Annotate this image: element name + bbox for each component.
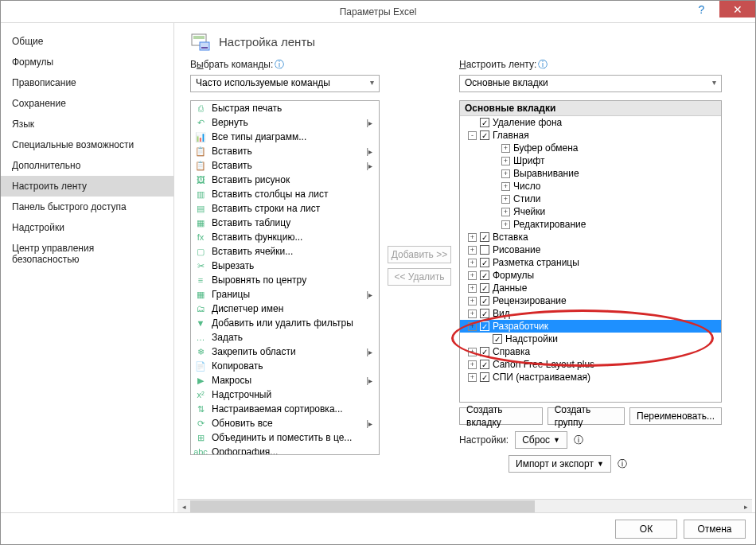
tree-item[interactable]: +✓Разметка страницы	[460, 256, 721, 269]
command-item[interactable]: 📋Вставить|▸	[191, 158, 379, 173]
command-item[interactable]: 📄Копировать	[191, 359, 379, 373]
remove-button[interactable]: << Удалить	[388, 268, 451, 286]
rename-button[interactable]: Переименовать...	[629, 407, 722, 425]
nav-item[interactable]: Формулы	[1, 52, 173, 72]
checkbox[interactable]	[480, 245, 489, 255]
expand-icon[interactable]: +	[501, 157, 510, 165]
checkbox[interactable]: ✓	[480, 118, 489, 127]
tree-item[interactable]: +Число	[460, 180, 721, 193]
expand-icon[interactable]: +	[468, 259, 477, 267]
command-item[interactable]: ⎙Быстрая печать	[191, 101, 379, 115]
checkbox[interactable]: ✓	[480, 360, 489, 369]
command-item[interactable]: ⇅Настраиваемая сортировка...	[191, 402, 379, 416]
nav-item[interactable]: Панель быстрого доступа	[1, 197, 173, 217]
expand-icon[interactable]: +	[468, 360, 477, 369]
tree-item[interactable]: +✓Справка	[460, 345, 721, 358]
command-item[interactable]: ↶Вернуть|▸	[191, 115, 379, 130]
reset-button[interactable]: Сброс▼	[515, 431, 567, 449]
checkbox[interactable]: ✓	[480, 296, 489, 306]
new-tab-button[interactable]: Создать вкладку	[459, 407, 543, 425]
command-item[interactable]: 📊Все типы диаграмм...	[191, 130, 379, 144]
expand-icon[interactable]: +	[468, 233, 477, 242]
command-item[interactable]: 🗂Диспетчер имен	[191, 302, 379, 316]
expand-icon[interactable]: +	[501, 208, 510, 216]
scroll-thumb[interactable]	[190, 500, 535, 512]
checkbox[interactable]: ✓	[480, 347, 489, 356]
nav-item[interactable]: Правописание	[1, 72, 173, 93]
tree-item[interactable]: +Выравнивание	[460, 167, 721, 180]
tree-item[interactable]: ✓Надстройки	[460, 333, 721, 345]
command-item[interactable]: ⊞Объединить и поместить в це...	[191, 430, 379, 445]
close-button[interactable]: ✕	[719, 1, 755, 18]
command-item[interactable]: ▤Вставить строки на лист	[191, 201, 379, 216]
nav-item[interactable]: Настроить ленту	[1, 176, 173, 197]
add-button[interactable]: Добавить >>	[388, 246, 451, 263]
tree-item[interactable]: +✓Формулы	[460, 269, 721, 282]
tree-item[interactable]: +✓Разработчик	[460, 320, 721, 333]
command-item[interactable]: ▶Макросы|▸	[191, 373, 379, 387]
expand-icon[interactable]: +	[468, 297, 477, 306]
checkbox[interactable]: ✓	[480, 283, 489, 293]
info-icon[interactable]: ⓘ	[618, 457, 627, 471]
command-item[interactable]: ≡Выровнять по центру	[191, 273, 379, 287]
info-icon[interactable]: ⓘ	[275, 59, 284, 70]
info-icon[interactable]: ⓘ	[538, 59, 548, 70]
command-item[interactable]: ▥Вставить столбцы на лист	[191, 187, 379, 201]
checkbox[interactable]: ✓	[480, 309, 489, 318]
nav-item[interactable]: Общие	[1, 31, 173, 52]
nav-item[interactable]: Сохранение	[1, 93, 173, 114]
info-icon[interactable]: ⓘ	[574, 434, 583, 447]
new-group-button[interactable]: Создать группу	[548, 407, 625, 425]
ribbon-select[interactable]: Основные вкладки	[459, 75, 722, 92]
ribbon-tree[interactable]: Основные вкладки ✓Удаление фона-✓Главная…	[459, 100, 722, 403]
tree-item[interactable]: +Ячейки	[460, 205, 721, 218]
expand-icon[interactable]: +	[468, 246, 477, 255]
expand-icon[interactable]: +	[468, 322, 477, 331]
tree-item[interactable]: +✓Вид	[460, 307, 721, 320]
checkbox[interactable]: ✓	[480, 258, 489, 267]
expand-icon[interactable]: +	[468, 284, 477, 293]
expand-icon[interactable]: +	[501, 182, 510, 191]
command-item[interactable]: ▢Вставить ячейки...	[191, 244, 379, 259]
nav-item[interactable]: Язык	[1, 114, 173, 134]
expand-icon[interactable]: +	[501, 144, 510, 153]
ok-button[interactable]: ОК	[615, 520, 677, 539]
nav-item[interactable]: Надстройки	[1, 217, 173, 238]
checkbox[interactable]: ✓	[480, 321, 489, 331]
expand-icon[interactable]: +	[468, 271, 477, 280]
command-item[interactable]: 🖼Вставить рисунок	[191, 173, 379, 187]
tree-item[interactable]: +✓Рецензирование	[460, 294, 721, 307]
scroll-right-arrow[interactable]: ▸	[739, 500, 752, 512]
tree-item[interactable]: +Шрифт	[460, 154, 721, 167]
tree-item[interactable]: +Буфер обмена	[460, 142, 721, 154]
checkbox[interactable]: ✓	[493, 334, 502, 344]
expand-icon[interactable]: +	[501, 220, 510, 229]
nav-item[interactable]: Специальные возможности	[1, 134, 173, 155]
checkbox[interactable]: ✓	[480, 232, 489, 242]
expand-icon[interactable]: +	[501, 169, 510, 178]
expand-icon[interactable]: +	[468, 373, 477, 382]
command-item[interactable]: 📋Вставить|▸	[191, 144, 379, 158]
tree-item[interactable]: +✓Вставка	[460, 231, 721, 243]
expand-icon[interactable]: +	[501, 195, 510, 204]
command-item[interactable]: abcОрфография...	[191, 445, 379, 455]
tree-item[interactable]: +Рисование	[460, 243, 721, 256]
command-item[interactable]: ❄Закрепить области|▸	[191, 345, 379, 359]
checkbox[interactable]: ✓	[480, 130, 489, 140]
import-export-button[interactable]: Импорт и экспорт▼	[509, 455, 611, 473]
command-item[interactable]: ▦Границы|▸	[191, 287, 379, 302]
scroll-left-arrow[interactable]: ◂	[177, 500, 190, 512]
tree-item[interactable]: ✓Удаление фона	[460, 116, 721, 129]
tree-item[interactable]: -✓Главная	[460, 129, 721, 142]
collapse-icon[interactable]: -	[468, 131, 477, 140]
command-item[interactable]: ✂Вырезать	[191, 259, 379, 273]
tree-item[interactable]: +✓Данные	[460, 282, 721, 294]
checkbox[interactable]: ✓	[480, 271, 489, 280]
command-item[interactable]: ▼Добавить или удалить фильтры	[191, 316, 379, 330]
tree-item[interactable]: +Редактирование	[460, 218, 721, 231]
tree-item[interactable]: +Стили	[460, 193, 721, 205]
tree-item[interactable]: +✓Canon Free Layout plus	[460, 358, 721, 371]
command-item[interactable]: …Задать	[191, 330, 379, 345]
checkbox[interactable]: ✓	[480, 372, 489, 382]
command-item[interactable]: x²Надстрочный	[191, 387, 379, 402]
